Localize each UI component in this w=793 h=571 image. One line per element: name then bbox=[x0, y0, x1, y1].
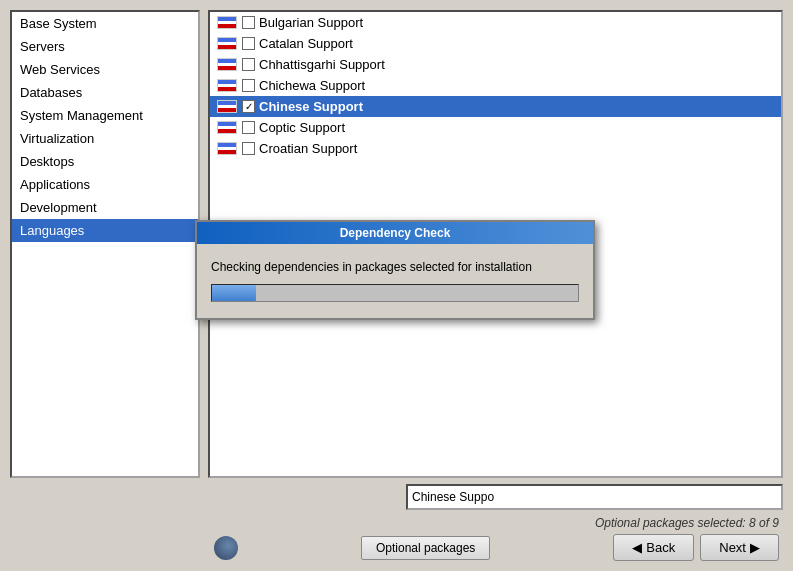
dialog-content: Checking dependencies in packages select… bbox=[197, 244, 593, 318]
progress-bar-fill bbox=[212, 285, 256, 301]
dialog-title: Dependency Check bbox=[340, 226, 451, 240]
dependency-check-dialog: Dependency Check Checking dependencies i… bbox=[195, 220, 595, 320]
dialog-titlebar: Dependency Check bbox=[197, 222, 593, 244]
dialog-message: Checking dependencies in packages select… bbox=[211, 260, 579, 274]
dialog-overlay: Dependency Check Checking dependencies i… bbox=[0, 0, 793, 571]
progress-bar-container bbox=[211, 284, 579, 302]
